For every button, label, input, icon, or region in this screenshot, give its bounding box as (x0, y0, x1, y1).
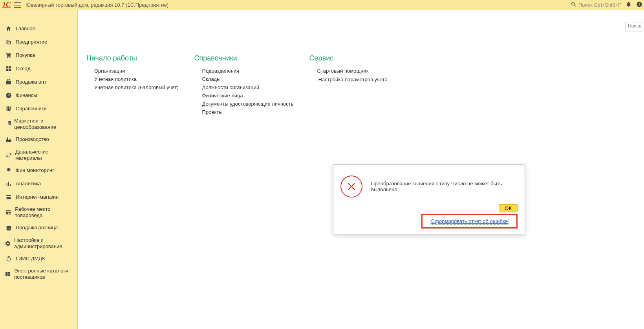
sidebar-item-analytics[interactable]: Аналитика (0, 177, 77, 190)
column-title: Сервис (309, 54, 396, 62)
sidebar-item-production[interactable]: Производство (0, 133, 77, 146)
ok-button[interactable]: ОК (499, 204, 518, 212)
sidebar-item-label: Аналитика (16, 181, 41, 187)
main-area: Поиск Начало работыОрганизацииУчетная по… (78, 10, 644, 329)
sidebar-item-label: Производство (16, 136, 49, 143)
menu-link[interactable]: Учетная политика (налоговый учет) (94, 84, 179, 90)
column-title: Начало работы (86, 54, 179, 62)
sidebar-item-enterprise[interactable]: Предприятие (0, 35, 77, 49)
sidebar-item-label: Давальческие материалы (15, 149, 73, 162)
menu-link[interactable]: Должности организаций (202, 84, 294, 90)
home-icon (5, 26, 13, 32)
sidebar-item-label: Финансы (16, 92, 37, 99)
sidebar-item-catalogs[interactable]: Электронные каталоги поставщиков (0, 265, 77, 283)
sidebar-item-label: Фин мониторинг (16, 167, 54, 174)
ruble-icon: ₽ (5, 92, 13, 99)
local-search-input[interactable]: Поиск (625, 22, 644, 31)
bell-icon[interactable] (625, 1, 632, 9)
gear-icon (5, 240, 11, 247)
menu-link[interactable]: Стартовый помощник (317, 68, 396, 74)
boxes-icon (5, 66, 13, 72)
report-highlight-box: Сформировать отчет об ошибке (421, 214, 518, 228)
menu-link[interactable]: Склады (202, 76, 294, 82)
sidebar-item-label: Главное (16, 26, 35, 32)
sidebar-item-sales-wholesale[interactable]: Продажа опт (0, 75, 77, 89)
sidebar-item-label: Продажа опт (16, 79, 46, 85)
error-message: Преобразование значения к типу Число не … (371, 181, 518, 192)
error-dialog: Преобразование значения к типу Число не … (333, 164, 525, 234)
menu-link[interactable]: Документы удостоверяющие личность (202, 101, 294, 107)
books-icon (5, 106, 13, 112)
sidebar-item-label: Интернет-магазин (16, 194, 59, 200)
sidebar-item-fin-monitoring[interactable]: Фин мониторинг (0, 164, 77, 177)
sidebar-item-workplace[interactable]: Рабочее место товароведа (0, 204, 77, 221)
error-report-link[interactable]: Сформировать отчет об ошибке (430, 218, 509, 224)
sidebar-item-references[interactable]: Справочники (0, 102, 77, 115)
building-icon (5, 39, 13, 45)
menu-link[interactable]: Подразделения (202, 68, 294, 74)
sidebar-item-label: Склад (16, 66, 31, 72)
bag-icon (5, 79, 13, 85)
global-search-placeholder: Поиск Ctrl+Shift+F (578, 2, 621, 8)
column-service: СервисСтартовый помощникНастройка параме… (309, 54, 396, 117)
exchange-icon (5, 152, 12, 158)
search-icon (571, 1, 577, 9)
section-columns: Начало работыОрганизацииУчетная политика… (86, 54, 635, 117)
sidebar-item-label: ГИИС ДМДК (16, 256, 45, 262)
column-start: Начало работыОрганизацииУчетная политика… (86, 54, 179, 117)
sidebar-item-label: Электронные каталоги поставщиков (14, 268, 73, 281)
sidebar-item-label: Рабочее место товароведа (15, 206, 73, 219)
title-bar: 1С Ювелирный торговый дом, редакция 10.7… (0, 0, 644, 10)
svg-text:₽: ₽ (7, 93, 10, 97)
store-icon (5, 194, 13, 200)
sidebar-item-label: Покупка (16, 52, 35, 58)
sidebar-item-giis[interactable]: ГИИС ДМДК (0, 252, 77, 265)
menu-hamburger-icon[interactable] (14, 2, 21, 8)
factory-icon (5, 137, 13, 143)
sidebar-item-label: Продажа розница (16, 225, 58, 231)
sidebar-item-home[interactable]: Главное (0, 22, 77, 35)
sidebar-item-label: Настройка и администрирование (14, 237, 73, 250)
app-logo: 1С (2, 0, 11, 10)
sidebar-item-tolling[interactable]: Давальческие материалы (0, 146, 77, 164)
pie-icon (5, 121, 11, 127)
cart-icon (5, 52, 13, 58)
shop-icon (5, 225, 13, 231)
window-title: Ювелирный торговый дом, редакция 10.7 (1… (26, 2, 168, 8)
emblem-icon (5, 167, 13, 174)
global-search[interactable]: Поиск Ctrl+Shift+F (571, 1, 621, 9)
sidebar-item-label: Предприятие (16, 39, 47, 45)
workplace-icon (5, 209, 12, 216)
sidebar-item-retail[interactable]: Продажа розница (0, 221, 77, 235)
header-more-icon[interactable] (636, 1, 642, 9)
chart-icon (5, 181, 13, 187)
sidebar-item-eshop[interactable]: Интернет-магазин (0, 190, 77, 204)
column-references: СправочникиПодразделенияСкладыДолжности … (194, 54, 294, 117)
sidebar-item-purchase[interactable]: Покупка (0, 49, 77, 62)
error-icon (340, 175, 362, 197)
sidebar-item-settings[interactable]: Настройка и администрирование (0, 235, 77, 252)
sidebar-item-finance[interactable]: ₽Финансы (0, 89, 77, 102)
column-title: Справочники (194, 54, 294, 62)
menu-link[interactable]: Проекты (202, 109, 294, 115)
svg-point-2 (7, 258, 10, 261)
sidebar-item-marketing[interactable]: Маркетинг и ценообразование (0, 115, 77, 133)
catalog-icon (5, 271, 11, 277)
menu-link[interactable]: Настройка параметров учета (317, 76, 396, 83)
ring-icon (5, 256, 13, 262)
menu-link[interactable]: Организации (94, 68, 179, 74)
sidebar-item-warehouse[interactable]: Склад (0, 62, 77, 75)
menu-link[interactable]: Физические лица (202, 93, 294, 99)
sidebar: ГлавноеПредприятиеПокупкаСкладПродажа оп… (0, 10, 78, 329)
sidebar-item-label: Справочники (16, 106, 47, 112)
menu-link[interactable]: Учетная политика (94, 76, 179, 82)
sidebar-item-label: Маркетинг и ценообразование (14, 118, 73, 131)
